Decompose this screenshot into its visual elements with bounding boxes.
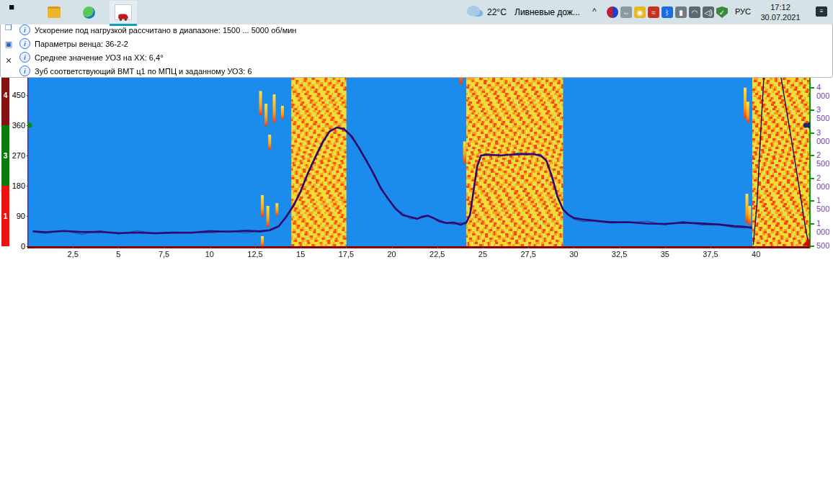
close-results-button[interactable]: ✕ — [3, 55, 14, 66]
save-results-button[interactable]: ▣ — [3, 38, 14, 50]
battery-tray-icon[interactable]: ▮ — [675, 6, 687, 18]
right-axis-tick — [811, 223, 814, 225]
right-axis-label: 2 500 — [816, 150, 833, 168]
x-axis-tick — [118, 246, 119, 248]
weather-text[interactable]: Ливневые дож... — [514, 7, 580, 17]
mtpro-car-icon — [118, 14, 128, 19]
x-axis-label: 22,5 — [429, 250, 445, 258]
x-axis-tick — [528, 246, 529, 248]
x-axis-label: 17,5 — [339, 250, 354, 258]
x-axis-label: 2,5 — [68, 250, 79, 258]
right-axis-label: 2 000 — [816, 174, 833, 191]
x-axis-label: 15 — [296, 250, 305, 258]
cylinder-band-3: 3 — [1, 125, 9, 186]
result-row: iСреднее значение УОЗ на ХХ: 6,4° — [19, 50, 164, 64]
result-text: Параметры венца: 36-2-2 — [35, 40, 128, 48]
right-axis-label: 3 500 — [816, 105, 833, 122]
x-axis-tick — [756, 246, 757, 248]
defender-tray-icon[interactable]: ✓ — [716, 6, 728, 18]
browser-button[interactable] — [75, 1, 102, 24]
weather-temp[interactable]: 22°C — [487, 7, 507, 17]
info-icon: i — [19, 38, 30, 49]
x-axis-label: 27,5 — [520, 250, 535, 258]
result-text: Среднее значение УОЗ на ХХ: 6,4° — [35, 53, 164, 62]
taskbar: 22°C Ливневые дож... ^ ⇔◉≈ᛒ▮◠◁)✓ РУС 17:… — [0, 0, 833, 24]
left-axis-label: 360 — [9, 121, 25, 130]
info-icon: i — [19, 52, 30, 63]
x-axis-tick — [620, 246, 620, 248]
mtpro-icon — [115, 4, 132, 20]
explorer-button[interactable] — [40, 1, 68, 24]
x-axis-tick — [437, 246, 438, 248]
x-axis-label: 7,5 — [159, 250, 169, 258]
x-axis-tick — [300, 246, 301, 248]
x-axis-label: 30 — [569, 250, 578, 258]
screen: MT Pro 4 - M4R 711 ТЭРЦ+OCV.mt4 – ❐ ✕ Фа… — [0, 0, 833, 504]
antivirus-tray-icon[interactable] — [607, 6, 618, 18]
left-axis-label: 450 — [9, 91, 25, 99]
globe-icon — [83, 6, 95, 19]
right-axis-label: 1 500 — [816, 196, 833, 213]
x-axis-label: 25 — [478, 250, 487, 258]
right-axis-tick — [811, 246, 814, 247]
right-axis-tick — [811, 155, 814, 156]
info-icon: i — [19, 24, 30, 35]
left-axis-label: 0 — [9, 242, 25, 251]
language-indicator[interactable]: РУС — [735, 7, 751, 16]
result-row: iПараметры венца: 36-2-2 — [19, 37, 128, 50]
x-axis-tick — [346, 246, 347, 248]
result-row: iУскорение под нагрузкой рассчитано в ди… — [19, 23, 296, 37]
x-axis-tick — [483, 246, 484, 248]
x-axis-label: 37,5 — [703, 250, 718, 258]
x-axis-tick — [210, 246, 210, 248]
right-axis-tick — [811, 178, 814, 179]
x-axis-label: 35 — [661, 250, 669, 258]
x-axis-tick — [164, 246, 165, 248]
volume-tray-icon[interactable]: ◁) — [703, 6, 714, 18]
clock-date: 30.07.2021 — [755, 12, 806, 22]
x-axis-label: 40 — [752, 250, 760, 258]
result-text: Ускорение под нагрузкой рассчитано в диа… — [35, 26, 296, 35]
x-axis-tick — [255, 246, 256, 248]
clock[interactable]: 17:12 30.07.2021 — [755, 2, 806, 22]
wifi-tray-icon[interactable]: ◠ — [689, 6, 700, 18]
weather-icon[interactable] — [467, 6, 480, 16]
result-text: Зуб соответствующий ВМТ ц1 по МПЦ и зада… — [35, 67, 252, 76]
x-axis-tick — [574, 246, 574, 248]
x-axis-label: 32,5 — [612, 250, 627, 258]
tray-chevron-icon[interactable]: ^ — [592, 6, 597, 17]
car-tray-icon[interactable]: ≈ — [648, 6, 659, 18]
mtpro-taskbar-button[interactable] — [110, 1, 137, 26]
x-axis-tick — [665, 246, 666, 248]
right-axis-label: 3 000 — [816, 128, 833, 145]
clock-time: 17:12 — [755, 2, 806, 12]
x-axis-label: 5 — [116, 250, 120, 258]
x-axis-label: 20 — [387, 250, 396, 258]
right-axis-label: 4 000 — [816, 83, 833, 100]
result-row: iЗуб соответствующий ВМТ ц1 по МПЦ и зад… — [19, 64, 252, 78]
right-axis-tick — [811, 132, 814, 134]
left-axis-label: 180 — [9, 181, 25, 190]
shield-yellow-tray-icon[interactable]: ◉ — [634, 6, 646, 18]
right-axis-tick — [811, 109, 814, 111]
bluetooth-tray-icon[interactable]: ᛒ — [662, 6, 673, 18]
action-center-icon[interactable]: ≡ — [816, 6, 827, 17]
right-axis-label: 500 — [816, 241, 829, 250]
right-axis-label: 1 000 — [816, 219, 833, 236]
x-axis-tick — [710, 246, 711, 248]
usb-tray-icon[interactable]: ⇔ — [620, 6, 632, 18]
x-axis-label: 10 — [205, 250, 214, 258]
info-icon: i — [19, 66, 30, 76]
right-axis-tick — [811, 200, 814, 202]
left-axis-label: 270 — [9, 151, 25, 160]
x-axis-label: 12,5 — [247, 250, 262, 258]
windows-logo-icon — [9, 5, 19, 15]
start-button[interactable] — [6, 1, 33, 24]
left-axis-label: 90 — [9, 212, 25, 220]
x-axis-tick — [392, 246, 393, 248]
folder-icon — [48, 6, 61, 18]
right-axis-tick — [811, 87, 814, 89]
x-axis-tick — [73, 246, 74, 248]
cylinder-band-1: 1 — [1, 186, 9, 246]
